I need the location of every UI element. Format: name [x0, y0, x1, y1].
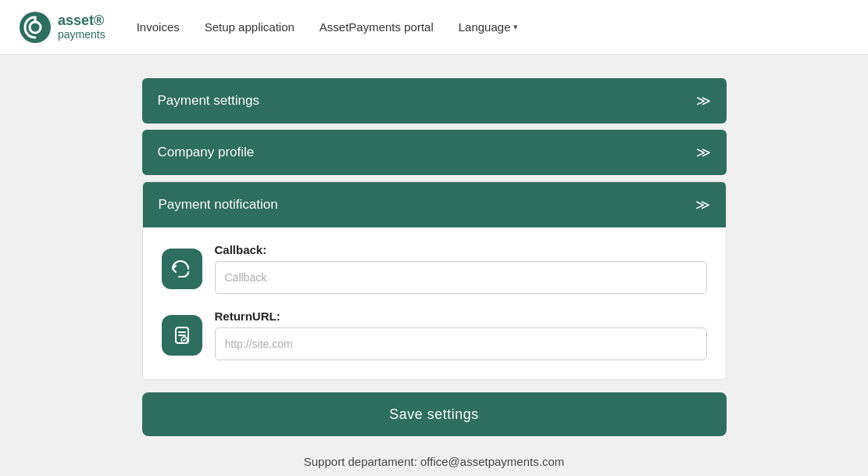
- returnurl-icon: [171, 324, 193, 346]
- support-text: Support departament: office@assetpayment…: [304, 455, 564, 468]
- logo[interactable]: asset® payments: [19, 11, 105, 44]
- footer-support: Support departament: office@assetpayment…: [142, 455, 727, 476]
- logo-text: asset® payments: [58, 13, 105, 41]
- save-settings-button[interactable]: Save settings: [142, 392, 727, 436]
- company-profile-label: Company profile: [158, 145, 255, 160]
- callback-field-row: Callback:: [162, 243, 707, 294]
- logo-icon: [19, 11, 52, 44]
- header: asset® payments Invoices Setup applicati…: [0, 0, 868, 55]
- chevron-down-icon: ▾: [513, 22, 518, 32]
- callback-icon-box: [162, 249, 202, 289]
- nav-invoices[interactable]: Invoices: [137, 20, 180, 34]
- company-profile-chevron: ≫: [696, 144, 711, 161]
- callback-label: Callback:: [215, 243, 707, 256]
- nav-language[interactable]: Language ▾: [459, 20, 519, 34]
- logo-payments: payments: [58, 29, 105, 41]
- returnurl-field-row: ReturnURL:: [162, 310, 707, 360]
- nav-setup-application[interactable]: Setup application: [205, 20, 295, 34]
- nav-assetpayments-portal[interactable]: AssetPayments portal: [320, 20, 434, 34]
- notification-body: Callback: ReturnURL:: [143, 227, 726, 379]
- returnurl-icon-box: [162, 315, 202, 356]
- callback-field-content: Callback:: [215, 243, 707, 294]
- callback-icon: [171, 258, 193, 280]
- payment-settings-label: Payment settings: [158, 93, 259, 109]
- returnurl-label: ReturnURL:: [215, 310, 707, 323]
- payment-notification-chevron: ≫: [695, 196, 710, 213]
- company-profile-section[interactable]: Company profile ≫: [142, 130, 727, 175]
- payment-notification-section: Payment notification ≫ Callback:: [142, 181, 727, 380]
- main-content: Payment settings ≫ Company profile ≫ Pay…: [130, 78, 739, 476]
- callback-input[interactable]: [215, 261, 707, 294]
- payment-notification-header[interactable]: Payment notification ≫: [143, 182, 726, 227]
- payment-settings-section[interactable]: Payment settings ≫: [142, 78, 727, 123]
- payment-notification-label: Payment notification: [159, 197, 278, 213]
- payment-settings-chevron: ≫: [696, 92, 711, 109]
- returnurl-field-content: ReturnURL:: [215, 310, 707, 360]
- returnurl-input[interactable]: [215, 327, 707, 360]
- logo-asset: asset®: [58, 13, 105, 29]
- main-nav: Invoices Setup application AssetPayments…: [137, 20, 519, 34]
